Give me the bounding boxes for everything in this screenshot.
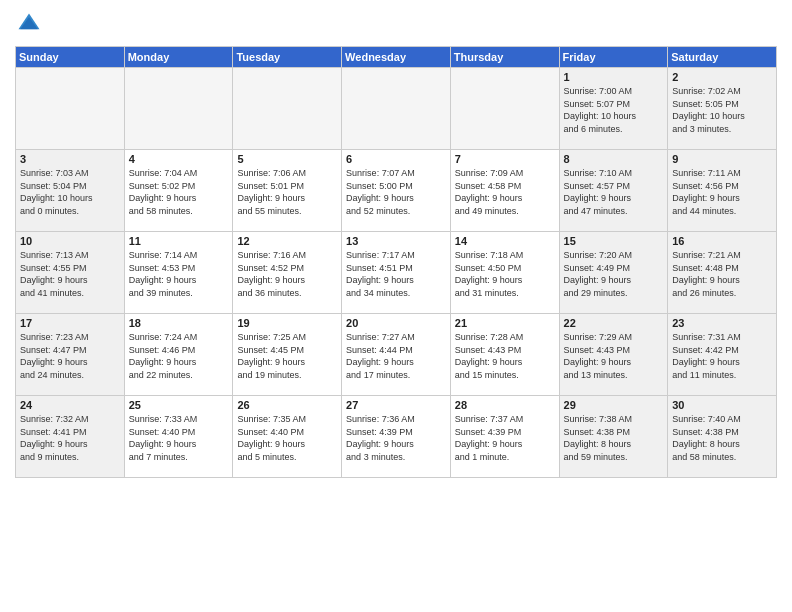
day-info: Sunrise: 7:32 AMSunset: 4:41 PMDaylight:… xyxy=(20,413,120,463)
calendar-cell: 8Sunrise: 7:10 AMSunset: 4:57 PMDaylight… xyxy=(559,150,668,232)
day-info: Sunrise: 7:36 AMSunset: 4:39 PMDaylight:… xyxy=(346,413,446,463)
day-number: 16 xyxy=(672,235,772,247)
calendar-week-3: 10Sunrise: 7:13 AMSunset: 4:55 PMDayligh… xyxy=(16,232,777,314)
logo xyxy=(15,10,47,38)
calendar-cell: 23Sunrise: 7:31 AMSunset: 4:42 PMDayligh… xyxy=(668,314,777,396)
page-container: SundayMondayTuesdayWednesdayThursdayFrid… xyxy=(0,0,792,483)
day-info: Sunrise: 7:37 AMSunset: 4:39 PMDaylight:… xyxy=(455,413,555,463)
calendar-week-4: 17Sunrise: 7:23 AMSunset: 4:47 PMDayligh… xyxy=(16,314,777,396)
calendar-cell: 28Sunrise: 7:37 AMSunset: 4:39 PMDayligh… xyxy=(450,396,559,478)
day-number: 1 xyxy=(564,71,664,83)
day-info: Sunrise: 7:38 AMSunset: 4:38 PMDaylight:… xyxy=(564,413,664,463)
day-number: 12 xyxy=(237,235,337,247)
calendar-cell xyxy=(16,68,125,150)
day-number: 20 xyxy=(346,317,446,329)
calendar-cell: 29Sunrise: 7:38 AMSunset: 4:38 PMDayligh… xyxy=(559,396,668,478)
header xyxy=(15,10,777,38)
calendar-header-sunday: Sunday xyxy=(16,47,125,68)
day-info: Sunrise: 7:23 AMSunset: 4:47 PMDaylight:… xyxy=(20,331,120,381)
day-number: 7 xyxy=(455,153,555,165)
day-info: Sunrise: 7:09 AMSunset: 4:58 PMDaylight:… xyxy=(455,167,555,217)
calendar-cell: 20Sunrise: 7:27 AMSunset: 4:44 PMDayligh… xyxy=(342,314,451,396)
day-info: Sunrise: 7:35 AMSunset: 4:40 PMDaylight:… xyxy=(237,413,337,463)
day-info: Sunrise: 7:18 AMSunset: 4:50 PMDaylight:… xyxy=(455,249,555,299)
calendar-cell: 3Sunrise: 7:03 AMSunset: 5:04 PMDaylight… xyxy=(16,150,125,232)
calendar-cell: 16Sunrise: 7:21 AMSunset: 4:48 PMDayligh… xyxy=(668,232,777,314)
calendar-table: SundayMondayTuesdayWednesdayThursdayFrid… xyxy=(15,46,777,478)
calendar-cell: 15Sunrise: 7:20 AMSunset: 4:49 PMDayligh… xyxy=(559,232,668,314)
calendar-cell: 24Sunrise: 7:32 AMSunset: 4:41 PMDayligh… xyxy=(16,396,125,478)
calendar-cell: 5Sunrise: 7:06 AMSunset: 5:01 PMDaylight… xyxy=(233,150,342,232)
calendar-cell: 9Sunrise: 7:11 AMSunset: 4:56 PMDaylight… xyxy=(668,150,777,232)
day-info: Sunrise: 7:16 AMSunset: 4:52 PMDaylight:… xyxy=(237,249,337,299)
day-info: Sunrise: 7:17 AMSunset: 4:51 PMDaylight:… xyxy=(346,249,446,299)
day-number: 11 xyxy=(129,235,229,247)
calendar-cell: 26Sunrise: 7:35 AMSunset: 4:40 PMDayligh… xyxy=(233,396,342,478)
day-number: 14 xyxy=(455,235,555,247)
calendar-cell xyxy=(233,68,342,150)
day-number: 2 xyxy=(672,71,772,83)
day-info: Sunrise: 7:28 AMSunset: 4:43 PMDaylight:… xyxy=(455,331,555,381)
calendar-cell: 2Sunrise: 7:02 AMSunset: 5:05 PMDaylight… xyxy=(668,68,777,150)
day-info: Sunrise: 7:03 AMSunset: 5:04 PMDaylight:… xyxy=(20,167,120,217)
day-info: Sunrise: 7:20 AMSunset: 4:49 PMDaylight:… xyxy=(564,249,664,299)
day-info: Sunrise: 7:11 AMSunset: 4:56 PMDaylight:… xyxy=(672,167,772,217)
calendar-cell: 1Sunrise: 7:00 AMSunset: 5:07 PMDaylight… xyxy=(559,68,668,150)
day-info: Sunrise: 7:27 AMSunset: 4:44 PMDaylight:… xyxy=(346,331,446,381)
day-info: Sunrise: 7:33 AMSunset: 4:40 PMDaylight:… xyxy=(129,413,229,463)
day-info: Sunrise: 7:02 AMSunset: 5:05 PMDaylight:… xyxy=(672,85,772,135)
calendar-cell xyxy=(450,68,559,150)
calendar-header-wednesday: Wednesday xyxy=(342,47,451,68)
day-number: 17 xyxy=(20,317,120,329)
calendar-header-friday: Friday xyxy=(559,47,668,68)
day-info: Sunrise: 7:29 AMSunset: 4:43 PMDaylight:… xyxy=(564,331,664,381)
calendar-cell: 17Sunrise: 7:23 AMSunset: 4:47 PMDayligh… xyxy=(16,314,125,396)
calendar-cell: 14Sunrise: 7:18 AMSunset: 4:50 PMDayligh… xyxy=(450,232,559,314)
calendar-header-thursday: Thursday xyxy=(450,47,559,68)
calendar-cell: 6Sunrise: 7:07 AMSunset: 5:00 PMDaylight… xyxy=(342,150,451,232)
day-number: 6 xyxy=(346,153,446,165)
day-number: 24 xyxy=(20,399,120,411)
day-number: 18 xyxy=(129,317,229,329)
calendar-cell: 22Sunrise: 7:29 AMSunset: 4:43 PMDayligh… xyxy=(559,314,668,396)
calendar-cell: 18Sunrise: 7:24 AMSunset: 4:46 PMDayligh… xyxy=(124,314,233,396)
day-number: 26 xyxy=(237,399,337,411)
day-info: Sunrise: 7:24 AMSunset: 4:46 PMDaylight:… xyxy=(129,331,229,381)
calendar-week-1: 1Sunrise: 7:00 AMSunset: 5:07 PMDaylight… xyxy=(16,68,777,150)
day-number: 23 xyxy=(672,317,772,329)
day-number: 13 xyxy=(346,235,446,247)
calendar-cell xyxy=(124,68,233,150)
logo-icon xyxy=(15,10,43,38)
day-info: Sunrise: 7:14 AMSunset: 4:53 PMDaylight:… xyxy=(129,249,229,299)
calendar-cell: 10Sunrise: 7:13 AMSunset: 4:55 PMDayligh… xyxy=(16,232,125,314)
calendar-cell: 7Sunrise: 7:09 AMSunset: 4:58 PMDaylight… xyxy=(450,150,559,232)
day-info: Sunrise: 7:10 AMSunset: 4:57 PMDaylight:… xyxy=(564,167,664,217)
day-info: Sunrise: 7:13 AMSunset: 4:55 PMDaylight:… xyxy=(20,249,120,299)
calendar-cell: 13Sunrise: 7:17 AMSunset: 4:51 PMDayligh… xyxy=(342,232,451,314)
day-number: 8 xyxy=(564,153,664,165)
calendar-cell: 27Sunrise: 7:36 AMSunset: 4:39 PMDayligh… xyxy=(342,396,451,478)
calendar-cell xyxy=(342,68,451,150)
calendar-cell: 30Sunrise: 7:40 AMSunset: 4:38 PMDayligh… xyxy=(668,396,777,478)
day-info: Sunrise: 7:31 AMSunset: 4:42 PMDaylight:… xyxy=(672,331,772,381)
day-info: Sunrise: 7:04 AMSunset: 5:02 PMDaylight:… xyxy=(129,167,229,217)
calendar-cell: 21Sunrise: 7:28 AMSunset: 4:43 PMDayligh… xyxy=(450,314,559,396)
calendar-week-2: 3Sunrise: 7:03 AMSunset: 5:04 PMDaylight… xyxy=(16,150,777,232)
calendar-week-5: 24Sunrise: 7:32 AMSunset: 4:41 PMDayligh… xyxy=(16,396,777,478)
calendar-cell: 4Sunrise: 7:04 AMSunset: 5:02 PMDaylight… xyxy=(124,150,233,232)
day-info: Sunrise: 7:07 AMSunset: 5:00 PMDaylight:… xyxy=(346,167,446,217)
day-info: Sunrise: 7:40 AMSunset: 4:38 PMDaylight:… xyxy=(672,413,772,463)
day-number: 29 xyxy=(564,399,664,411)
day-info: Sunrise: 7:21 AMSunset: 4:48 PMDaylight:… xyxy=(672,249,772,299)
day-number: 19 xyxy=(237,317,337,329)
day-number: 5 xyxy=(237,153,337,165)
day-number: 3 xyxy=(20,153,120,165)
day-number: 4 xyxy=(129,153,229,165)
calendar-header-tuesday: Tuesday xyxy=(233,47,342,68)
day-number: 15 xyxy=(564,235,664,247)
calendar-cell: 25Sunrise: 7:33 AMSunset: 4:40 PMDayligh… xyxy=(124,396,233,478)
day-info: Sunrise: 7:25 AMSunset: 4:45 PMDaylight:… xyxy=(237,331,337,381)
day-number: 10 xyxy=(20,235,120,247)
day-number: 22 xyxy=(564,317,664,329)
calendar-cell: 19Sunrise: 7:25 AMSunset: 4:45 PMDayligh… xyxy=(233,314,342,396)
